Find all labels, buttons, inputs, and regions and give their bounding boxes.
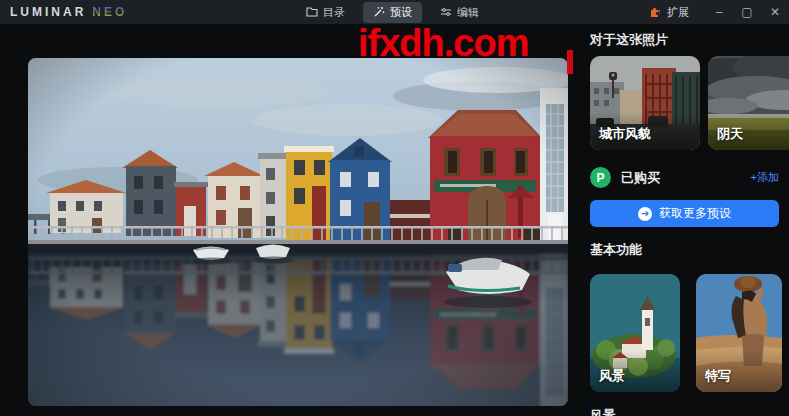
tab-presets-label: 预设 [390,5,412,20]
landscape-section-title: 风景 [590,408,789,416]
folder-icon [306,7,318,17]
preset-cloudy[interactable]: 阴天 [708,56,789,150]
preset-landscape[interactable]: 风景 [590,274,680,392]
tab-edit[interactable]: 编辑 [430,2,489,23]
aveiro-canal-photo [28,58,568,406]
for-this-photo-title: 对于这张照片 [590,32,789,47]
tab-edit-label: 编辑 [457,5,479,20]
extensions-button[interactable]: 扩展 [649,5,689,20]
luminar-neo-window: LUMINAR NEO 目录 预设 编辑 [0,0,789,416]
tab-presets[interactable]: 预设 [363,2,422,23]
purchased-label: 已购买 [621,169,660,187]
maximize-button[interactable]: ▢ [733,0,761,24]
tab-catalog-label: 目录 [323,5,345,20]
main-photo[interactable] [28,58,568,406]
main-tabs: 目录 预设 编辑 [296,0,489,24]
purchased-row: P 已购买 +添加 [590,167,779,188]
top-bar: LUMINAR NEO 目录 预设 编辑 [0,0,789,24]
photo-presets-row: 城市风貌 阴天 [590,56,789,150]
preset-cityscape[interactable]: 城市风貌 [590,56,700,150]
watermark-red-bar [567,50,573,74]
extensions-label: 扩展 [667,5,689,20]
preset-cloudy-label: 阴天 [717,125,743,143]
preset-closeup-label: 特写 [705,367,731,385]
minimize-button[interactable]: – [705,0,733,24]
basic-features-title: 基本功能 [590,242,789,257]
logo-secondary: NEO [92,5,127,19]
preset-landscape-label: 风景 [599,367,625,385]
get-more-presets-label: 获取更多预设 [659,205,731,222]
puzzle-icon [649,5,662,20]
tab-catalog[interactable]: 目录 [296,2,355,23]
arrow-circle-icon: ➜ [638,207,652,221]
purchased-pack-icon: P [590,167,611,188]
basic-presets-row: 风景 特写 [590,274,789,392]
app-logo: LUMINAR NEO [10,0,127,24]
add-presets-link[interactable]: +添加 [751,170,779,185]
presets-sidebar: 对于这张照片 [578,24,789,416]
close-button[interactable]: ✕ [761,0,789,24]
sliders-icon [440,7,452,17]
titlebar-right: 扩展 – ▢ ✕ [649,0,789,24]
get-more-presets-button[interactable]: ➜ 获取更多预设 [590,200,779,227]
wand-icon [373,6,385,18]
preset-cityscape-label: 城市风貌 [599,125,651,143]
preset-closeup[interactable]: 特写 [696,274,782,392]
logo-primary: LUMINAR [10,5,86,19]
